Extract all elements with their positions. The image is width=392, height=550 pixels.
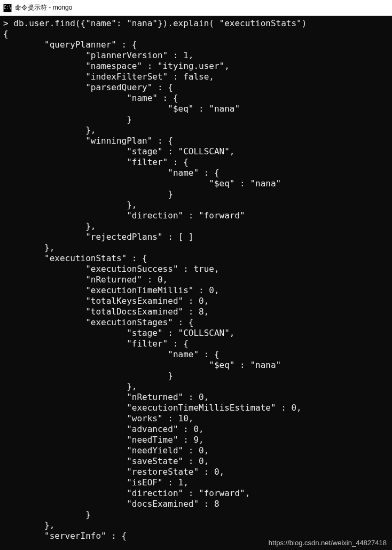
watermark-text: https://blog.csdn.net/weixin_44827418 xyxy=(269,539,387,547)
terminal-icon: C:\ xyxy=(3,4,12,12)
terminal-output[interactable]: > db.user.find({"name": "nana"}).explain… xyxy=(0,16,392,550)
terminal-content: > db.user.find({"name": "nana"}).explain… xyxy=(3,18,307,541)
window-titlebar[interactable]: C:\ 命令提示符 - mongo xyxy=(0,0,392,16)
window-title: 命令提示符 - mongo xyxy=(15,3,72,12)
